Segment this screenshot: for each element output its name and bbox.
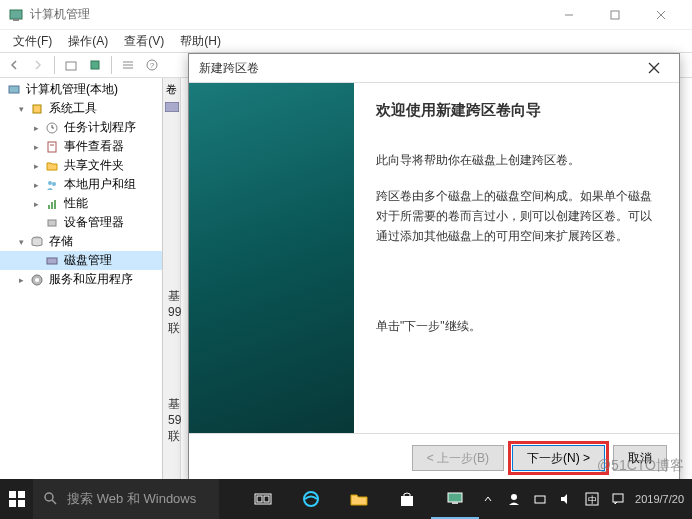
disk-icon (44, 253, 60, 269)
wizard-dialog: 新建跨区卷 欢迎使用新建跨区卷向导 此向导将帮助你在磁盘上创建跨区卷。 跨区卷由… (188, 53, 680, 483)
svg-rect-1 (13, 19, 19, 21)
tree-shared[interactable]: ▸ 共享文件夹 (0, 156, 162, 175)
store-icon[interactable] (383, 479, 431, 519)
svg-rect-30 (165, 102, 179, 112)
tools-icon (29, 101, 45, 117)
network-icon[interactable] (531, 490, 549, 508)
notification-icon[interactable] (609, 490, 627, 508)
list-icon[interactable] (118, 55, 138, 75)
search-icon (43, 491, 59, 507)
dialog-close-button[interactable] (639, 56, 669, 80)
svg-rect-35 (9, 500, 16, 507)
expand-icon[interactable]: ▸ (30, 123, 42, 133)
menu-file[interactable]: 文件(F) (5, 33, 60, 50)
storage-icon (29, 234, 45, 250)
taskview-icon[interactable] (239, 479, 287, 519)
menu-view[interactable]: 查看(V) (116, 33, 172, 50)
app-icon (8, 7, 24, 23)
dialog-title: 新建跨区卷 (199, 60, 259, 77)
back-button: < 上一步(B) (412, 445, 504, 471)
svg-point-46 (511, 494, 517, 500)
tray-date[interactable]: 2019/7/20 (635, 493, 684, 505)
svg-rect-23 (51, 202, 53, 209)
up-icon[interactable] (61, 55, 81, 75)
clock-icon (44, 120, 60, 136)
back-icon[interactable] (4, 55, 24, 75)
wizard-buttons: < 上一步(B) 下一步(N) > 取消 (189, 434, 679, 482)
collapse-icon[interactable]: ▾ (15, 104, 27, 114)
search-box[interactable]: 搜索 Web 和 Windows (33, 479, 219, 519)
tree-eventviewer[interactable]: ▸ 事件查看器 (0, 137, 162, 156)
tree-scheduler[interactable]: ▸ 任务计划程序 (0, 118, 162, 137)
tray-up-icon[interactable] (479, 490, 497, 508)
partition-info-1: 基 99 联 (168, 288, 183, 336)
svg-rect-7 (91, 61, 99, 69)
start-button[interactable] (0, 479, 33, 519)
forward-icon[interactable] (28, 55, 48, 75)
svg-line-38 (52, 500, 56, 504)
refresh-icon[interactable] (85, 55, 105, 75)
expand-icon[interactable]: ▸ (30, 180, 42, 190)
dialog-titlebar: 新建跨区卷 (189, 54, 679, 82)
mmc-icon[interactable] (431, 479, 479, 519)
expand-icon[interactable]: ▸ (30, 199, 42, 209)
titlebar: 计算机管理 (0, 0, 692, 30)
maximize-button[interactable] (592, 0, 638, 30)
svg-rect-34 (18, 491, 25, 498)
svg-rect-36 (18, 500, 25, 507)
tree-storage[interactable]: ▾ 存储 (0, 232, 162, 251)
svg-rect-43 (401, 496, 413, 506)
wizard-heading: 欢迎使用新建跨区卷向导 (376, 101, 657, 120)
tree-perf[interactable]: ▸ 性能 (0, 194, 162, 213)
services-icon (29, 272, 45, 288)
chart-icon (44, 196, 60, 212)
menu-action[interactable]: 操作(A) (60, 33, 116, 50)
tree-localusers[interactable]: ▸ 本地用户和组 (0, 175, 162, 194)
svg-rect-25 (48, 220, 56, 226)
tree-diskmgmt[interactable]: 磁盘管理 (0, 251, 162, 270)
svg-rect-6 (66, 62, 76, 70)
system-tray: 中 2019/7/20 (479, 490, 692, 508)
svg-point-37 (45, 493, 53, 501)
svg-rect-33 (9, 491, 16, 498)
ime-icon[interactable]: 中 (583, 490, 601, 508)
svg-rect-13 (9, 86, 19, 93)
device-icon (44, 215, 60, 231)
wizard-p1: 此向导将帮助你在磁盘上创建跨区卷。 (376, 150, 657, 170)
svg-rect-44 (448, 493, 462, 502)
help-icon[interactable]: ? (142, 55, 162, 75)
users-icon (44, 177, 60, 193)
people-icon[interactable] (505, 490, 523, 508)
svg-rect-45 (452, 502, 458, 504)
svg-point-21 (52, 182, 56, 186)
expand-icon[interactable]: ▸ (30, 161, 42, 171)
tree-services[interactable]: ▸ 服务和应用程序 (0, 270, 162, 289)
window-title: 计算机管理 (30, 6, 90, 23)
explorer-icon[interactable] (335, 479, 383, 519)
svg-rect-0 (10, 10, 22, 19)
cancel-button[interactable]: 取消 (613, 445, 667, 471)
log-icon (44, 139, 60, 155)
tree-root[interactable]: 计算机管理(本地) (0, 80, 162, 99)
edge-icon[interactable] (287, 479, 335, 519)
expand-icon[interactable]: ▸ (15, 275, 27, 285)
svg-text:?: ? (150, 61, 155, 70)
wizard-content: 欢迎使用新建跨区卷向导 此向导将帮助你在磁盘上创建跨区卷。 跨区卷由多个磁盘上的… (354, 83, 679, 433)
close-button[interactable] (638, 0, 684, 30)
svg-rect-27 (47, 258, 57, 264)
tree-systools[interactable]: ▾ 系统工具 (0, 99, 162, 118)
svg-rect-41 (264, 496, 269, 502)
minimize-button[interactable] (546, 0, 592, 30)
disk-thumb (165, 102, 179, 112)
svg-rect-22 (48, 205, 50, 209)
next-button[interactable]: 下一步(N) > (512, 445, 605, 471)
svg-rect-14 (33, 105, 41, 113)
menubar: 文件(F) 操作(A) 查看(V) 帮助(H) (0, 30, 692, 52)
svg-point-29 (35, 278, 39, 282)
svg-rect-24 (54, 200, 56, 209)
collapse-icon[interactable]: ▾ (15, 237, 27, 247)
expand-icon[interactable]: ▸ (30, 142, 42, 152)
volume-icon[interactable] (557, 490, 575, 508)
tree-devmgr[interactable]: 设备管理器 (0, 213, 162, 232)
menu-help[interactable]: 帮助(H) (172, 33, 229, 50)
